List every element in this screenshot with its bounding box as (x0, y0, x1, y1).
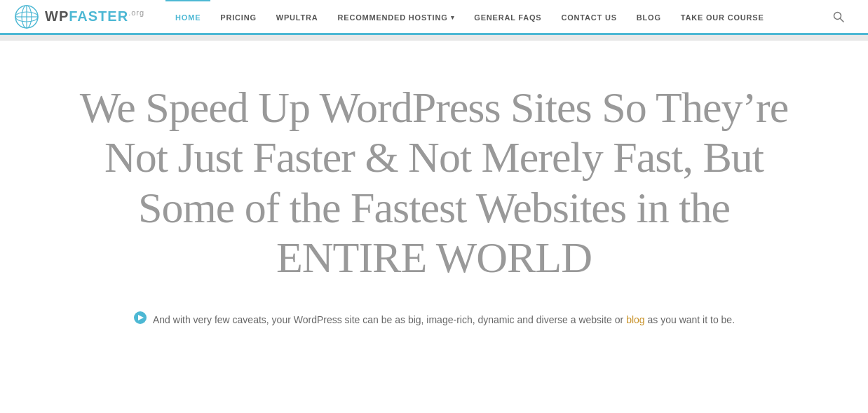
nav-home[interactable]: HOME (165, 0, 210, 34)
logo-icon (14, 4, 39, 29)
chevron-down-icon: ▾ (451, 14, 455, 21)
logo-text: WPFASTER.org (45, 8, 144, 25)
circle-arrow-icon (133, 311, 147, 328)
main-content: We Speed Up WordPress Sites So They’re N… (0, 41, 868, 356)
main-nav: HOME PRICING WPULTRA RECOMMENDED HOSTING… (165, 0, 823, 34)
blog-link[interactable]: blog (626, 314, 644, 325)
site-header: WPFASTER.org HOME PRICING WPULTRA RECOMM… (0, 0, 868, 35)
nav-pricing[interactable]: PRICING (210, 0, 266, 34)
search-icon[interactable] (823, 0, 854, 34)
logo[interactable]: WPFASTER.org (14, 4, 144, 29)
hero-heading: We Speed Up WordPress Sites So They’re N… (66, 83, 802, 283)
tagline-area: And with very few caveats, your WordPres… (56, 311, 812, 328)
svg-line-6 (841, 18, 844, 22)
nav-recommended-hosting[interactable]: RECOMMENDED HOSTING ▾ (328, 0, 465, 34)
nav-blog[interactable]: BLOG (627, 0, 671, 34)
tagline-text: And with very few caveats, your WordPres… (153, 314, 735, 325)
nav-general-faqs[interactable]: GENERAL FAQS (464, 0, 551, 34)
nav-contact-us[interactable]: CONTACT US (552, 0, 627, 34)
decorative-bar (0, 35, 868, 41)
nav-wpultra[interactable]: WPULTRA (266, 0, 328, 34)
nav-take-our-course[interactable]: TAKE OUR COURSE (671, 0, 774, 34)
